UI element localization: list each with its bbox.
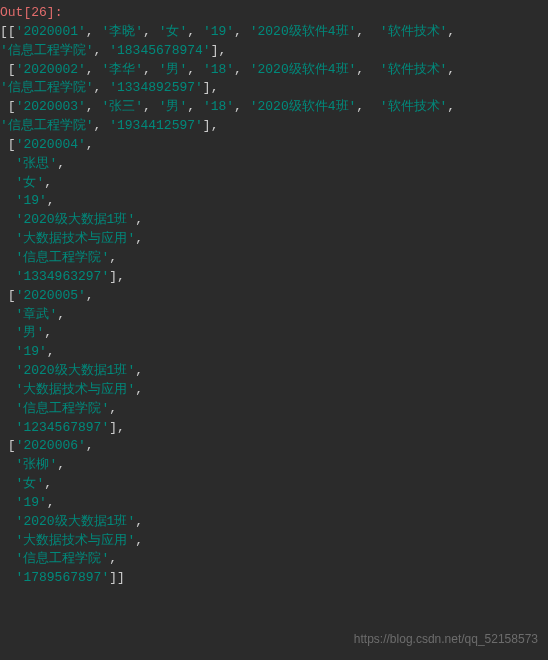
notebook-output: Out[26]: [['2020001', '李晓', '女', '19', '… bbox=[0, 0, 548, 588]
data-content: [['2020001', '李晓', '女', '19', '2020级软件4班… bbox=[0, 24, 455, 585]
watermark-text: https://blog.csdn.net/qq_52158573 bbox=[354, 631, 538, 648]
output-prompt: Out[26]: bbox=[0, 5, 70, 20]
